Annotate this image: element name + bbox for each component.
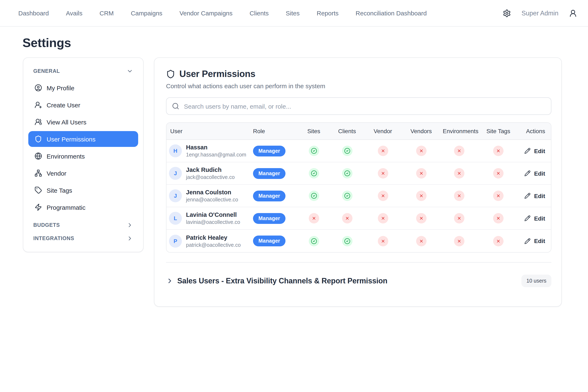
column-header-site-tags: Site Tags — [478, 128, 518, 134]
avatar: J — [169, 189, 182, 202]
permission-denied-icon — [454, 213, 464, 224]
sidebar-item-site-tags[interactable]: Site Tags — [28, 182, 138, 198]
top-nav: DashboardAvailsCRMCampaignsVendor Campai… — [0, 0, 588, 27]
x-icon — [380, 148, 385, 153]
permission-denied-icon — [493, 146, 504, 156]
chevron-right-icon — [126, 222, 133, 228]
permission-denied-icon — [454, 190, 464, 201]
permission-denied-icon — [454, 236, 464, 246]
sidebar-item-label: User Permissions — [46, 136, 96, 142]
nav-item-reports[interactable]: Reports — [317, 10, 338, 17]
sidebar-item-my-profile[interactable]: My Profile — [28, 80, 138, 96]
permission-granted-icon — [342, 236, 352, 246]
content: GENERAL My ProfileCreate UserView All Us… — [0, 58, 588, 307]
pencil-icon — [524, 238, 530, 244]
circle-check-icon — [311, 148, 317, 154]
table-row: PPatrick Healeypatrick@oacollective.coMa… — [166, 230, 551, 252]
edit-button[interactable]: Edit — [524, 148, 545, 154]
search-input[interactable] — [166, 98, 552, 115]
permission-denied-icon — [378, 213, 388, 224]
user-name: Hassan — [186, 144, 246, 151]
shield-icon — [166, 70, 175, 79]
circle-check-icon — [344, 148, 350, 154]
sidebar-section-integrations[interactable]: INTEGRATIONS — [28, 232, 138, 245]
circle-check-icon — [311, 238, 317, 244]
sidebar-item-label: Create User — [46, 101, 80, 108]
edit-button-label: Edit — [534, 215, 545, 222]
x-icon — [380, 194, 385, 198]
sidebar-section-general[interactable]: GENERAL — [28, 64, 138, 78]
globe-icon — [34, 152, 42, 160]
permission-granted-icon — [342, 168, 352, 178]
nav-item-crm[interactable]: CRM — [100, 10, 114, 17]
permission-granted-icon — [308, 146, 319, 156]
nav-item-vendor-campaigns[interactable]: Vendor Campaigns — [179, 10, 232, 17]
table-header-row: UserRoleSitesClientsVendorVendorsEnviron… — [166, 123, 551, 140]
tag-icon — [34, 186, 42, 194]
settings-gear-button[interactable] — [503, 9, 511, 17]
permission-granted-icon — [308, 190, 319, 201]
permission-denied-icon — [378, 146, 388, 156]
chevron-right-icon — [166, 277, 174, 285]
x-icon — [419, 216, 424, 220]
nav-item-sites[interactable]: Sites — [286, 10, 300, 17]
user-plus-icon — [34, 101, 42, 108]
user-name: Jenna Coulston — [186, 188, 238, 196]
user-account-button[interactable] — [569, 9, 577, 17]
x-icon — [457, 148, 462, 153]
user-email: 1engr.hassan@gmail.com — [186, 152, 246, 158]
table-row: JJack Rudichjack@oacollective.coManagerE… — [166, 162, 551, 185]
sidebar-item-create-user[interactable]: Create User — [28, 97, 138, 113]
edit-button-label: Edit — [534, 238, 545, 244]
pencil-icon — [524, 193, 530, 199]
permission-denied-icon — [378, 236, 388, 246]
circle-check-icon — [344, 170, 350, 176]
circle-check-icon — [344, 238, 350, 244]
nav-item-dashboard[interactable]: Dashboard — [18, 10, 49, 17]
current-user-label: Super Admin — [522, 9, 559, 17]
x-icon — [496, 216, 500, 220]
sidebar-section-budgets[interactable]: BUDGETS — [28, 218, 138, 232]
sidebar-collapsed-sections: BUDGETSINTEGRATIONS — [28, 218, 138, 245]
nav-item-avails[interactable]: Avails — [66, 10, 82, 17]
user-cell: PPatrick Healeypatrick@oacollective.co — [166, 234, 248, 248]
sidebar-item-vendor[interactable]: Vendor — [28, 165, 138, 181]
user-email: patrick@oacollective.co — [186, 242, 241, 248]
user-email: lavinia@oacollective.co — [186, 219, 240, 226]
permission-denied-icon — [416, 168, 426, 178]
permission-granted-icon — [308, 236, 319, 246]
table-row: LLavinia O'Connelllavinia@oacollective.c… — [166, 207, 551, 230]
permission-denied-icon — [342, 213, 352, 224]
column-header-vendor: Vendor — [364, 128, 402, 134]
sales-section-title: Sales Users - Extra Visibility Channels … — [177, 276, 388, 285]
x-icon — [345, 216, 349, 220]
circle-check-icon — [311, 193, 317, 199]
table-body: HHassan1engr.hassan@gmail.comManagerEdit… — [166, 140, 551, 252]
nav-item-reconciliation-dashboard[interactable]: Reconciliation Dashboard — [356, 10, 427, 17]
sidebar-item-environments[interactable]: Environments — [28, 148, 138, 164]
sales-users-section-toggle[interactable]: Sales Users - Extra Visibility Channels … — [166, 275, 552, 287]
edit-button[interactable]: Edit — [524, 192, 545, 199]
nav-item-campaigns[interactable]: Campaigns — [131, 10, 162, 17]
avatar: H — [169, 144, 182, 157]
permission-denied-icon — [454, 168, 464, 178]
circle-check-icon — [344, 193, 350, 199]
sidebar-item-label: Programmatic — [46, 204, 86, 211]
sidebar-item-user-permissions[interactable]: User Permissions — [28, 131, 138, 147]
sidebar-item-programmatic[interactable]: Programmatic — [28, 199, 138, 215]
permission-denied-icon — [493, 190, 504, 201]
nav-item-clients[interactable]: Clients — [250, 10, 269, 17]
sidebar-item-view-all-users[interactable]: View All Users — [28, 114, 138, 130]
x-icon — [419, 148, 424, 153]
user-email: jack@oacollective.co — [186, 174, 235, 180]
edit-button[interactable]: Edit — [524, 170, 545, 177]
role-badge: Manager — [253, 168, 286, 179]
edit-button[interactable]: Edit — [524, 238, 545, 244]
sidebar-item-label: View All Users — [46, 118, 86, 126]
edit-button[interactable]: Edit — [524, 215, 545, 222]
panel-subtitle: Control what actions each user can perfo… — [166, 82, 552, 90]
x-icon — [496, 239, 500, 243]
nav-items: DashboardAvailsCRMCampaignsVendor Campai… — [18, 10, 427, 17]
role-badge: Manager — [253, 236, 286, 246]
pencil-icon — [524, 148, 530, 154]
